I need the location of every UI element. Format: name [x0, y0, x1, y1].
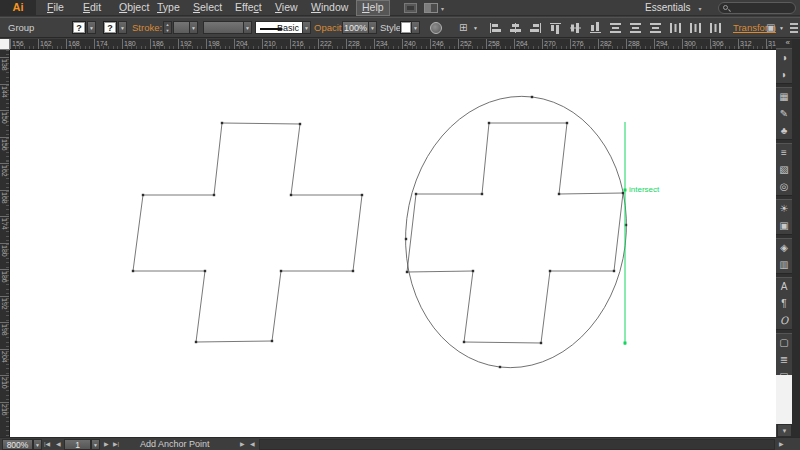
appearance-panel-icon[interactable]: ☀ [776, 200, 792, 217]
arrange-documents-chevron-icon[interactable]: ▾ [441, 5, 444, 12]
color-guide-panel-icon[interactable]: ◗ [776, 66, 792, 83]
brush-definition-combo[interactable]: Basic [255, 21, 303, 34]
anchor-point[interactable] [352, 270, 354, 272]
anchor-point[interactable] [463, 341, 465, 343]
opacity-field[interactable]: 100% [342, 21, 369, 34]
menu-item-help[interactable]: Help [356, 0, 390, 16]
scroll-right-button[interactable]: ▶ [779, 438, 784, 450]
distribute-vertical-bottom-button[interactable] [649, 22, 662, 34]
select-similar-icon[interactable]: ⊞ [459, 21, 467, 35]
scroll-down-button[interactable]: ▼ [777, 424, 792, 437]
symbols-panel-icon[interactable]: ♣ [776, 122, 792, 139]
stroke-panel-icon[interactable]: ≡ [776, 144, 792, 161]
scroll-left-button[interactable]: ◀ [250, 438, 255, 450]
anchor-point[interactable] [195, 341, 197, 343]
left-cross-path[interactable] [133, 123, 362, 342]
zoom-level-field[interactable]: 800% [2, 439, 33, 450]
menu-item-window[interactable]: Window [306, 0, 353, 16]
transform-panel-icon[interactable]: ▢ [776, 334, 792, 351]
width-profile-dropdown[interactable]: ▼ [243, 21, 252, 34]
anchor-point[interactable] [499, 366, 501, 368]
brush-definition-dropdown[interactable]: ▼ [302, 21, 311, 34]
anchor-point[interactable] [204, 270, 206, 272]
anchor-point[interactable] [280, 270, 282, 272]
anchor-point[interactable] [622, 192, 624, 194]
stroke-dropdown-button[interactable]: ▼ [118, 21, 127, 34]
align-horizontal-right-button[interactable] [529, 22, 542, 34]
width-profile-field[interactable] [203, 21, 244, 34]
menu-item-edit[interactable]: Edit [78, 0, 106, 16]
collapse-dock-button[interactable]: « [776, 39, 792, 48]
color-panel-icon[interactable]: ◑ [776, 49, 792, 66]
gradient-panel-icon[interactable]: ▧ [776, 161, 792, 178]
anchor-point[interactable] [405, 238, 407, 240]
transparency-panel-icon[interactable]: ◎ [776, 178, 792, 195]
menu-item-type[interactable]: Type [152, 0, 185, 16]
anchor-point[interactable] [271, 340, 273, 342]
artboard-canvas[interactable]: intersect [10, 50, 776, 437]
horizontal-ruler[interactable]: 1561621681741801861921982042102162222282… [10, 39, 776, 50]
distribute-vertical-top-button[interactable] [609, 22, 622, 34]
anchor-point[interactable] [481, 193, 483, 195]
anchor-point[interactable] [406, 271, 408, 273]
recolor-artwork-icon[interactable] [430, 22, 442, 34]
align-vertical-top-button[interactable] [549, 22, 562, 34]
align-options-icon[interactable]: ▣ [766, 21, 775, 35]
ruler-origin-corner[interactable] [0, 39, 10, 50]
stroke-weight-label[interactable]: Stroke: [132, 18, 162, 37]
last-artboard-button[interactable]: ▶| [113, 438, 119, 450]
swatches-panel-icon[interactable]: ▦ [776, 88, 792, 105]
control-panel-menu-icon[interactable] [790, 23, 798, 33]
brushes-panel-icon[interactable]: ✎ [776, 105, 792, 122]
stroke-weight-dropdown[interactable]: ▼ [189, 21, 198, 34]
align-vertical-center-button[interactable] [569, 22, 582, 34]
align-panel-icon[interactable]: ≣ [776, 351, 792, 368]
graphic-styles-panel-icon[interactable]: ▣ [776, 217, 792, 234]
anchor-point[interactable] [290, 194, 292, 196]
right-cross-path[interactable] [407, 123, 623, 343]
vertical-scrollbar-track[interactable] [776, 375, 792, 424]
menu-item-object[interactable]: Object [114, 0, 154, 16]
distribute-vertical-center-button[interactable] [629, 22, 642, 34]
anchor-point[interactable] [299, 123, 301, 125]
stepper-down-icon[interactable]: ▼ [164, 28, 171, 34]
stroke-weight-stepper[interactable]: ▲ ▼ [163, 21, 172, 34]
workspace-switcher[interactable]: Essentials▾ [645, 0, 702, 16]
ellipse-path[interactable] [390, 84, 642, 381]
stroke-weight-field[interactable] [173, 21, 190, 34]
distribute-horizontal-left-button[interactable] [669, 22, 682, 34]
anchor-point[interactable] [488, 122, 490, 124]
align-horizontal-left-button[interactable] [489, 22, 502, 34]
anchor-point[interactable] [540, 342, 542, 344]
artboard-dropdown[interactable]: ▼ [91, 439, 100, 450]
anchor-point[interactable] [142, 194, 144, 196]
anchor-point[interactable] [415, 193, 417, 195]
previous-artboard-button[interactable]: ◀ [56, 438, 61, 450]
menu-item-view[interactable]: View [270, 0, 303, 16]
menu-item-select[interactable]: Select [188, 0, 227, 16]
character-panel-icon[interactable]: A [776, 278, 792, 295]
artboard-number-field[interactable]: 1 [64, 439, 91, 450]
arrange-documents-icon[interactable] [424, 3, 438, 13]
align-horizontal-center-button[interactable] [509, 22, 522, 34]
opacity-dropdown[interactable]: ▼ [368, 21, 377, 34]
anchor-point[interactable] [472, 270, 474, 272]
anchor-point[interactable] [361, 194, 363, 196]
anchor-point[interactable] [531, 96, 533, 98]
select-similar-dropdown[interactable]: ▼ [471, 22, 480, 34]
anchor-point[interactable] [132, 270, 134, 272]
status-menu-icon[interactable]: ▶ [240, 438, 245, 450]
anchor-point[interactable] [213, 194, 215, 196]
vertical-ruler[interactable]: 1381441501561621681741801861921982042102… [0, 50, 10, 437]
paragraph-panel-icon[interactable]: ¶ [776, 295, 792, 312]
stroke-color-swatch[interactable]: ? [103, 21, 117, 34]
fill-dropdown-button[interactable]: ▼ [87, 21, 96, 34]
anchor-point[interactable] [613, 270, 615, 272]
layers-panel-icon[interactable]: ◈ [776, 239, 792, 256]
zoom-dropdown[interactable]: ▼ [33, 439, 42, 450]
distribute-horizontal-center-button[interactable] [689, 22, 702, 34]
first-artboard-button[interactable]: |◀ [44, 438, 50, 450]
menu-item-effect[interactable]: Effect [230, 0, 267, 16]
anchor-point[interactable] [549, 270, 551, 272]
bridge-icon[interactable] [404, 3, 417, 13]
